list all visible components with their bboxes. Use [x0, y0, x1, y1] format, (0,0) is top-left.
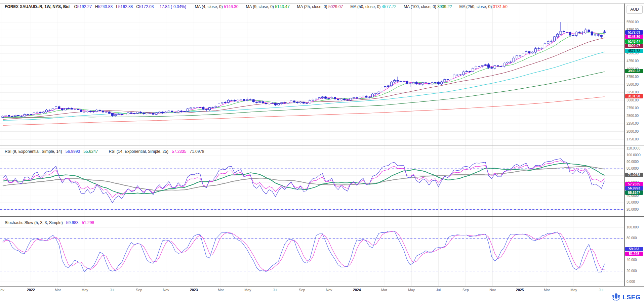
ma-legend-item[interactable]: MA (9, close, 0) 5143.47: [246, 4, 289, 9]
x-axis-label: Nov: [0, 288, 4, 292]
stoch-axis-tick: 100.000: [627, 225, 639, 229]
price-badge: 3131.50: [625, 94, 643, 98]
x-axis-label: 2022: [27, 288, 35, 292]
rsi-badge: 57.2335: [625, 182, 643, 186]
price-axis-tick: 2500.00: [627, 114, 639, 118]
stochastic-lines: [3, 231, 605, 272]
price-axis-tick: 3750.00: [627, 75, 639, 79]
stoch-badge: 51.298: [625, 252, 643, 256]
brand-text: LSEG: [622, 294, 641, 301]
stoch-d-line: [3, 231, 605, 271]
ma-legend-item[interactable]: MA (25, close, 0) 5029.07: [297, 4, 343, 9]
price-badge: 5143.47: [625, 39, 643, 44]
change-value: -17.84 (-0.34%): [158, 4, 186, 9]
rsi-14-sig: [3, 167, 605, 190]
x-axis-label: Sep: [462, 288, 469, 292]
ma-50-line: [3, 52, 605, 120]
x-axis-label: Jul: [599, 288, 603, 292]
rsi-legend[interactable]: RSI (9, Exponential, Simple, 14)56.99935…: [5, 149, 215, 154]
rsi-axis-tick: 110.0000: [627, 146, 640, 150]
x-axis-label: 2025: [516, 288, 524, 292]
x-axis-label: Jul: [273, 288, 277, 292]
stoch-k-line: [3, 231, 605, 272]
lseg-crest-icon: [612, 293, 620, 301]
stoch-axis-tick: 40.000: [627, 258, 637, 262]
rsi-axis-tick: 20.0000: [627, 208, 639, 211]
price-badge: 5172.03: [625, 30, 643, 35]
price-axis-tick: 1750.00: [627, 137, 639, 141]
ma-lines: [3, 32, 605, 126]
x-axis-label: Nov: [326, 288, 332, 292]
stoch-axis-tick: 0.000: [627, 280, 635, 284]
x-axis-label: May: [81, 288, 88, 292]
stoch-axis-tick: 80.000: [627, 236, 637, 240]
ohlc-values: O5192.27H5243.83L5162.88C5172.03: [74, 4, 157, 9]
ohlc-item: C5172.03: [136, 4, 154, 9]
price-axis-tick: 3000.00: [627, 98, 639, 102]
ma-legend-item[interactable]: MA (100, close, 0) 3939.22: [404, 4, 452, 9]
rsi-lines: [3, 159, 605, 203]
x-axis-label: Mar: [218, 288, 224, 292]
x-axis-label: Sep: [299, 288, 305, 292]
x-axis-label: 2023: [190, 288, 198, 292]
price-axis-tick: 5500.00: [627, 20, 639, 24]
price-badge: 5029.07: [625, 44, 643, 48]
rsi-axis-tick: 30.0000: [627, 201, 639, 204]
price-axis-tick: 2250.00: [627, 122, 639, 125]
x-axis-label: May: [244, 288, 251, 292]
candlestick-series: [2, 22, 606, 118]
x-axis-label: Mar: [55, 288, 61, 292]
stoch-legend[interactable]: Stochastic Slow (5, 3, 3, Simple)59.9835…: [5, 220, 105, 225]
ohlc-item: H5243.83: [95, 4, 113, 9]
rsi-axis-tick: 80.0000: [627, 167, 639, 170]
indicator-legend-group[interactable]: RSI (9, Exponential, Simple, 14)56.99935…: [5, 149, 102, 154]
stoch-badge: 59.983: [625, 247, 643, 251]
ma-legend-item[interactable]: MA (250, close, 0) 3131.50: [459, 4, 508, 9]
rsi-axis-tick: 90.0000: [627, 160, 639, 164]
ma-legend-item[interactable]: MA (4, close, 0) 5146.30: [195, 4, 238, 9]
ma-250-line: [3, 97, 605, 125]
rsi-badge: 55.6247: [625, 190, 643, 195]
x-axis-label: Nov: [489, 288, 496, 292]
indicator-legend-group[interactable]: Stochastic Slow (5, 3, 3, Simple)59.9835…: [5, 220, 97, 225]
x-axis-label: Jul: [110, 288, 114, 292]
price-badge: 3939.22: [625, 69, 643, 73]
price-axis-tick: 2000.00: [627, 130, 639, 133]
price-badge: 4577.72: [625, 49, 643, 53]
price-axis-tick: 2750.00: [627, 106, 639, 110]
x-axis-label: Nov: [163, 288, 169, 292]
ohlc-item: L5162.88: [116, 4, 133, 9]
x-axis-label: May: [408, 288, 415, 292]
x-axis-label: Jul: [436, 288, 441, 292]
x-axis-label: Mar: [544, 288, 550, 292]
x-axis-label: Sep: [136, 288, 142, 292]
price-axis-tick: 3500.00: [627, 83, 639, 86]
instrument-title: FOREX XAUAUD=R, 1W, NYS, Bid: [5, 4, 70, 9]
indicator-legend-group[interactable]: RSI (14, Exponential, Simple, 25)57.2335…: [109, 149, 208, 154]
x-axis-label: May: [570, 288, 577, 292]
ohlc-item: O5192.27: [74, 4, 92, 9]
currency-button[interactable]: AUD: [627, 5, 643, 14]
x-axis-label: 2024: [353, 288, 361, 292]
rsi-badge: 56.9993: [625, 186, 643, 190]
chart-window: FOREX XAUAUD=R, 1W, NYS, Bid O5192.27H52…: [0, 0, 644, 304]
price-axis-tick: 3250.00: [627, 90, 639, 94]
price-badge: 5146.30: [625, 35, 643, 39]
x-axis-label: Mar: [381, 288, 387, 292]
stoch-axis-tick: 20.000: [627, 269, 637, 273]
ma-legend-items: MA (4, close, 0) 5146.30MA (9, close, 0)…: [195, 4, 515, 9]
rsi-badge: 71.0978: [625, 173, 643, 177]
gridlines: [0, 4, 624, 287]
price-legend[interactable]: FOREX XAUAUD=R, 1W, NYS, Bid O5192.27H52…: [5, 4, 515, 9]
rsi-axis-tick: 100.0000: [627, 153, 641, 157]
ma-100-line: [3, 72, 605, 118]
rsi-9-line: [3, 159, 605, 203]
ma-25-line: [3, 38, 605, 120]
ma-legend-item[interactable]: MA (50, close, 0) 4577.72: [350, 4, 396, 9]
brand-logo: LSEG: [612, 293, 641, 301]
price-axis-tick: 4250.00: [627, 59, 639, 63]
